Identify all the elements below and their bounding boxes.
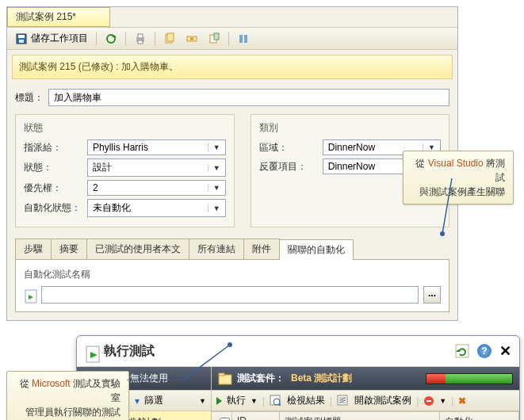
svg-rect-9 (167, 33, 174, 41)
assigned-dropdown[interactable]: Phyllis Harris▼ (87, 139, 226, 155)
work-item-panel: 測試案例 215* 儲存工作項目 測試案例 215 (已修改) : 加入購物車。… (6, 6, 458, 321)
autotest-name-label: 自動化測試名稱 (24, 268, 441, 281)
associated-automation-body: 自動化測試名稱 ... (15, 260, 449, 312)
print-icon (134, 32, 147, 45)
iteration-label: 反覆項目： (259, 160, 323, 174)
progress-bar (426, 373, 513, 384)
suite-header: 測試套件： Beta 測試計劃 (212, 367, 519, 390)
save-icon (15, 32, 28, 45)
svg-rect-6 (138, 34, 143, 38)
col-id[interactable]: ID (232, 412, 280, 420)
callout-mtm: 從 Microsoft 測試及實驗室 管理員執行關聯的測試 (6, 371, 129, 420)
tab-tested[interactable]: 已測試的使用者本文 (86, 239, 189, 259)
col-auto[interactable]: 自動化 (440, 412, 519, 420)
state-value: 設計 (93, 161, 112, 174)
info-bar: 測試案例 215 (已修改) : 加入購物車。 (12, 55, 453, 79)
run-button[interactable]: 執行 (227, 394, 246, 407)
state-fieldset: 狀態 指派給：Phyllis Harris▼ 狀態：設計▼ 優先權：2▼ 自動化… (15, 114, 235, 227)
title-input[interactable] (48, 89, 449, 106)
attach-button[interactable] (205, 31, 224, 47)
link-icon (186, 32, 198, 45)
help-button[interactable]: ? (477, 344, 491, 358)
autostate-label: 自動化狀態： (24, 201, 87, 215)
area-label: 區域： (259, 141, 323, 155)
open-testcase-button[interactable]: 開啟測試案例 (354, 394, 411, 407)
copy-button[interactable] (160, 31, 179, 47)
category-legend: 類別 (259, 121, 441, 135)
view-results-button[interactable]: 檢視結果 (287, 394, 325, 407)
priority-dropdown[interactable]: 2▼ (87, 180, 226, 196)
tab-header[interactable]: 測試案例 215* (7, 7, 110, 27)
copy-icon (163, 32, 176, 45)
fields: 狀態 指派給：Phyllis Harris▼ 狀態：設計▼ 優先權：2▼ 自動化… (7, 111, 457, 235)
autostate-value: 未自動化 (93, 201, 131, 215)
svg-rect-2 (19, 40, 24, 43)
suite-icon (218, 372, 231, 385)
state-legend: 狀態 (24, 121, 226, 135)
status-icon[interactable] (423, 395, 434, 407)
svg-rect-15 (239, 35, 243, 43)
settings-icon (237, 32, 250, 45)
toolbar: 儲存工作項目 (7, 27, 457, 50)
autotest-name-input[interactable] (41, 286, 419, 304)
svg-rect-7 (138, 40, 143, 44)
chevron-down-icon: ▼ (208, 143, 220, 151)
browse-button[interactable]: ... (423, 286, 441, 304)
grid-header: ID 測試案例標題 自動化 (212, 412, 519, 420)
svg-rect-12 (190, 38, 193, 40)
tab-attachments[interactable]: 附件 (243, 239, 280, 259)
run-tests-title: 執行測試 (104, 343, 155, 360)
detail-tabs: 步驟 摘要 已測試的使用者本文 所有連結 附件 關聯的自動化 (15, 239, 449, 260)
tab-steps[interactable]: 步驟 (15, 239, 52, 259)
title-row: 標題： (7, 84, 457, 111)
filter-icon: ▾ (135, 395, 140, 407)
tab-links[interactable]: 所有連結 (189, 239, 244, 259)
refresh-button[interactable] (455, 344, 469, 358)
callout-visual-studio: 從 Visual Studio 將測試 與測試案例產生關聯 (403, 151, 514, 204)
link-button[interactable] (182, 31, 201, 47)
test-icon (24, 288, 36, 301)
col-title[interactable]: 測試案例標題 (280, 412, 440, 420)
save-button[interactable]: 儲存工作項目 (12, 30, 91, 47)
priority-value: 2 (93, 182, 98, 193)
run-test-icon (85, 345, 98, 357)
filter-button[interactable]: 篩選 (144, 394, 163, 407)
tab-summary[interactable]: 摘要 (51, 239, 87, 259)
assigned-label: 指派給： (24, 141, 87, 155)
chevron-down-icon: ▼ (208, 204, 220, 212)
assigned-value: Phyllis Harris (93, 142, 148, 153)
clear-button[interactable]: ✖ (458, 395, 466, 407)
state-dropdown[interactable]: 設計▼ (87, 158, 226, 177)
view-results-icon (270, 395, 282, 407)
close-button[interactable]: ✕ (499, 342, 511, 360)
iteration-value: DinnerNow (328, 161, 375, 172)
chevron-down-icon: ▼ (199, 397, 206, 405)
title-label: 標題： (15, 91, 44, 105)
suite-value: Beta 測試計劃 (291, 372, 352, 385)
open-testcase-icon (337, 395, 350, 407)
tab-associated-automation[interactable]: 關聯的自動化 (279, 239, 354, 260)
settings-button[interactable] (234, 31, 253, 47)
svg-rect-14 (214, 33, 219, 40)
svg-rect-1 (18, 35, 25, 38)
svg-rect-27 (219, 375, 231, 384)
run-tests-panel: 執行測試 ? ✕ 組建 : 組建無法使用 執行 ▼ | ▾ (76, 335, 520, 420)
chevron-down-icon: ▼ (251, 397, 258, 405)
chevron-down-icon: ▼ (208, 184, 220, 192)
print-button[interactable] (131, 31, 150, 47)
priority-label: 優先權： (24, 181, 87, 195)
svg-rect-28 (219, 373, 224, 376)
svg-rect-29 (270, 395, 280, 405)
svg-rect-34 (426, 400, 431, 402)
refresh-button[interactable] (101, 31, 120, 47)
attach-icon (208, 32, 220, 45)
grid-toolbar: 執行 ▼ | 檢視結果 | 開啟測試案例 | ▼ | ✖ (212, 390, 519, 411)
svg-line-31 (279, 404, 281, 406)
main-panel: 測試套件： Beta 測試計劃 執行 ▼ | 檢視結果 | 開啟測試案例 | (212, 367, 519, 420)
svg-rect-16 (244, 35, 247, 43)
test-grid: ID 測試案例標題 自動化 ▼ 作用中 (4) 215 加入購物車 是 (212, 411, 519, 420)
autostate-dropdown[interactable]: 未自動化▼ (87, 199, 226, 217)
chevron-down-icon: ▼ (439, 397, 446, 405)
run-tests-header: 執行測試 ? ✕ (77, 336, 519, 367)
save-label: 儲存工作項目 (31, 32, 88, 45)
